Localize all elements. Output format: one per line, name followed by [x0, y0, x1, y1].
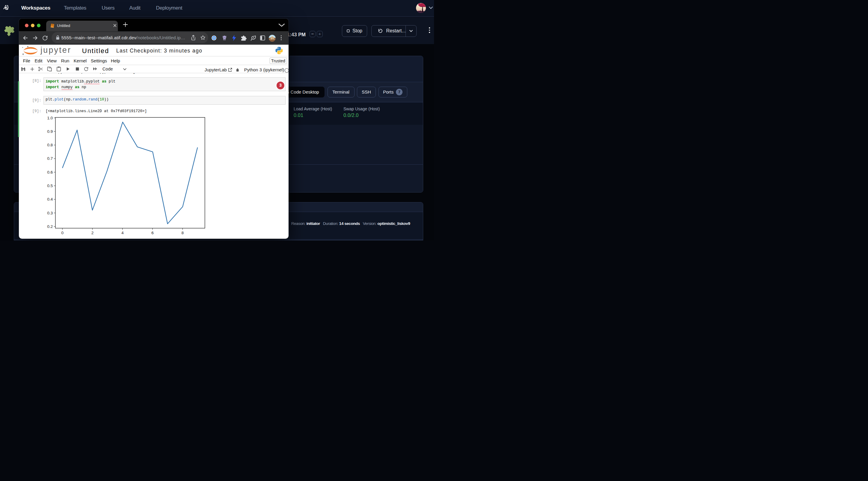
- svg-text:0.7: 0.7: [48, 156, 53, 161]
- svg-text:1.0: 1.0: [48, 116, 53, 120]
- svg-text:0.5: 0.5: [48, 184, 53, 188]
- svg-text:4: 4: [121, 231, 124, 235]
- svg-text:0.8: 0.8: [48, 143, 53, 147]
- svg-text:0.3: 0.3: [48, 211, 53, 215]
- svg-text:0.9: 0.9: [48, 129, 53, 133]
- svg-text:0.4: 0.4: [48, 197, 53, 201]
- svg-text:6: 6: [152, 231, 154, 235]
- svg-text:0: 0: [61, 231, 64, 235]
- svg-text:0.2: 0.2: [48, 224, 53, 228]
- svg-text:2: 2: [91, 231, 94, 235]
- svg-text:8: 8: [182, 231, 184, 235]
- svg-text:0.6: 0.6: [48, 170, 53, 174]
